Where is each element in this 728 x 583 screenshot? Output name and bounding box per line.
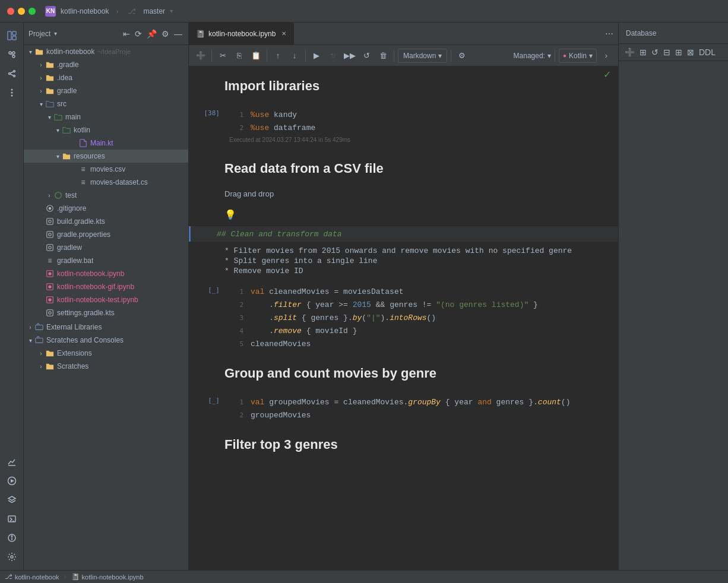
minimize-panel-icon[interactable]: — bbox=[173, 28, 183, 40]
cleaned-lnum-5: 5 bbox=[232, 340, 243, 348]
tree-item-gradle-props[interactable]: › gradle.properties bbox=[24, 228, 188, 241]
move-down-button[interactable]: ↓ bbox=[287, 49, 302, 63]
tab-menu-icon[interactable]: ⋯ bbox=[600, 29, 618, 39]
analytics-icon[interactable] bbox=[4, 454, 20, 470]
settings-icon[interactable] bbox=[4, 549, 20, 565]
tree-item-movies-dataset[interactable]: › ≡ movies-dataset.cs bbox=[24, 176, 188, 189]
dataset-file-icon: ≡ bbox=[78, 178, 88, 187]
layers-icon[interactable] bbox=[4, 492, 20, 508]
tree-item-gradlew-bat[interactable]: › ≡ gradlew.bat bbox=[24, 254, 188, 267]
move-up-button[interactable]: ↑ bbox=[271, 49, 285, 63]
close-button[interactable] bbox=[7, 8, 14, 15]
db-table-icon[interactable]: ⊠ bbox=[686, 46, 695, 58]
active-tab[interactable]: 📓 kotlin-notebook.ipynb ✕ bbox=[189, 23, 294, 45]
tree-item-kotlin-notebook-test[interactable]: › kotlin-notebook-test.ipynb bbox=[24, 293, 188, 306]
tree-item-idea[interactable]: › .idea bbox=[24, 71, 188, 84]
db-refresh-icon[interactable]: ↺ bbox=[650, 46, 660, 58]
tab-close-button[interactable]: ✕ bbox=[281, 30, 286, 37]
tree-item-gradlew[interactable]: › gradlew bbox=[24, 241, 188, 254]
tree-item-scratches-consoles[interactable]: ▾ Scratches and Consoles bbox=[24, 334, 188, 347]
managed-chevron[interactable]: ▾ bbox=[547, 52, 551, 60]
csv-file-icon: ≡ bbox=[78, 164, 88, 174]
tree-item-external-libs[interactable]: › External Libraries bbox=[24, 321, 188, 334]
active-cell-comment[interactable]: ## Clean and transform data bbox=[189, 226, 618, 242]
run-all-button[interactable]: ▶▶ bbox=[343, 49, 357, 63]
git-icon[interactable] bbox=[4, 46, 20, 63]
structure-icon[interactable] bbox=[4, 65, 20, 82]
cell-type-dropdown[interactable]: Markdown ▾ bbox=[398, 49, 447, 63]
idea-arrow: › bbox=[37, 74, 45, 82]
tree-item-test[interactable]: › test bbox=[24, 189, 188, 202]
build-gradle-icon bbox=[45, 217, 55, 226]
tree-item-gradle[interactable]: › .gradle bbox=[24, 58, 188, 71]
cell-content-grouped[interactable]: 1 val groupedMovies = cleanedMovies.grou… bbox=[224, 394, 618, 423]
delete-button[interactable]: 🗑 bbox=[376, 49, 390, 63]
tree-item-main[interactable]: ▾ main bbox=[24, 110, 188, 123]
maximize-button[interactable] bbox=[29, 8, 36, 15]
tree-item-gitignore[interactable]: › .gitignore bbox=[24, 202, 188, 215]
tree-item-extensions[interactable]: › Extensions bbox=[24, 347, 188, 360]
resources-arrow: ▾ bbox=[53, 152, 62, 160]
info-icon[interactable] bbox=[4, 530, 20, 546]
project-chevron[interactable]: ▾ bbox=[54, 30, 57, 37]
line-num-38-2: 2 bbox=[232, 124, 243, 132]
db-ddl-icon[interactable]: DDL bbox=[698, 46, 717, 58]
file-tree: ▾ kotlin-notebook ~/IdeaProje › .gradle … bbox=[24, 45, 188, 570]
code-line-38-2: 2 %use dataframe bbox=[229, 121, 613, 134]
cleaned-line-2: 2 .filter { year >= 2015 && genres != "(… bbox=[229, 298, 613, 311]
status-file[interactable]: 📓 kotlin-notebook.ipynb bbox=[71, 573, 144, 581]
svg-point-34 bbox=[49, 246, 51, 249]
db-schema-icon[interactable]: ⊟ bbox=[662, 46, 672, 58]
scratches-icon bbox=[45, 362, 55, 371]
tree-item-settings-gradle[interactable]: › settings.gradle.kts bbox=[24, 306, 188, 319]
comment-lines: * Filter movies from 2015 onwards and re… bbox=[224, 246, 613, 275]
stop-button[interactable]: ◾ bbox=[326, 49, 340, 63]
code-cell-cleaned-movies[interactable]: [_] 1 val cleanedMovies = moviesDataset … bbox=[189, 284, 618, 351]
scratches-label: Scratches bbox=[57, 362, 88, 370]
code-cell-38[interactable]: [38] 1 %use kandy 2 %use dataframe Execu… bbox=[189, 107, 618, 147]
copy-button[interactable]: ⎘ bbox=[232, 49, 246, 63]
status-bar: ⎇ kotlin-notebook › 📓 kotlin-notebook.ip… bbox=[0, 570, 728, 583]
db-add-icon[interactable]: ➕ bbox=[623, 46, 636, 58]
comment-block: * Filter movies from 2015 onwards and re… bbox=[189, 244, 618, 281]
branch-name[interactable]: master bbox=[143, 7, 165, 15]
tree-item-main-kt[interactable]: › Main.kt bbox=[24, 137, 188, 150]
tree-item-gradle-dir[interactable]: › gradle bbox=[24, 84, 188, 97]
settings-panel-icon[interactable]: ⚙ bbox=[160, 28, 170, 40]
tree-item-resources[interactable]: ▾ resources bbox=[24, 150, 188, 163]
run-icon[interactable] bbox=[4, 473, 20, 489]
restart-button[interactable]: ↺ bbox=[359, 49, 374, 63]
cell-content-38[interactable]: 1 %use kandy 2 %use dataframe Executed a… bbox=[224, 107, 618, 147]
next-cell-button[interactable]: › bbox=[599, 49, 613, 63]
cut-button[interactable]: ✂ bbox=[216, 49, 230, 63]
tree-item-movies-csv[interactable]: › ≡ movies.csv bbox=[24, 163, 188, 176]
run-button[interactable]: ▶ bbox=[309, 49, 324, 63]
notebook-content[interactable]: ✓ Import libraries [38] 1 %use kandy bbox=[189, 66, 618, 570]
minimize-button[interactable] bbox=[18, 8, 25, 15]
notebook-settings-button[interactable]: ⚙ bbox=[455, 49, 469, 63]
tree-item-kotlin[interactable]: ▾ kotlin bbox=[24, 123, 188, 137]
terminal-icon[interactable] bbox=[4, 511, 20, 527]
add-cell-button[interactable]: ➕ bbox=[194, 49, 208, 63]
status-git[interactable]: ⎇ kotlin-notebook bbox=[5, 573, 59, 581]
tree-item-build-gradle[interactable]: › build.gradle.kts bbox=[24, 215, 188, 228]
tree-item-kotlin-notebook[interactable]: › kotlin-notebook.ipynb bbox=[24, 267, 188, 280]
paste-button[interactable]: 📋 bbox=[249, 49, 263, 63]
db-browse-icon[interactable]: ⊞ bbox=[638, 46, 648, 58]
collapse-all-icon[interactable]: ⇤ bbox=[122, 28, 131, 40]
code-cell-grouped-movies[interactable]: [_] 1 val groupedMovies = cleanedMovies.… bbox=[189, 394, 618, 423]
navigate-icon[interactable]: ⟳ bbox=[134, 28, 143, 40]
pin-icon[interactable]: 📌 bbox=[145, 28, 158, 40]
tree-item-root[interactable]: ▾ kotlin-notebook ~/IdeaProje bbox=[24, 45, 188, 58]
project-icon[interactable] bbox=[4, 27, 20, 44]
tree-item-kotlin-notebook-gif[interactable]: › kotlin-notebook-gif.ipynb bbox=[24, 280, 188, 293]
test-arrow: › bbox=[45, 191, 53, 199]
cell-content-cleaned[interactable]: 1 val cleanedMovies = moviesDataset 2 .f… bbox=[224, 284, 618, 351]
db-grid-icon[interactable]: ⊞ bbox=[674, 46, 683, 58]
more-icon[interactable] bbox=[4, 84, 20, 101]
cell-body-38: 1 %use kandy 2 %use dataframe bbox=[224, 107, 618, 135]
settings-gradle-label: settings.gradle.kts bbox=[57, 309, 115, 317]
kernel-selector[interactable]: ● Kotlin ▾ bbox=[559, 49, 597, 63]
tree-item-scratches[interactable]: › Scratches bbox=[24, 360, 188, 373]
tree-item-src[interactable]: ▾ src bbox=[24, 97, 188, 110]
